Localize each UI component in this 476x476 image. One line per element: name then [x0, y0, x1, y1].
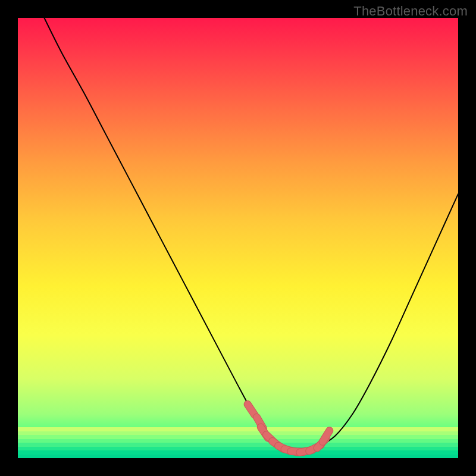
- curve-group: [44, 18, 458, 452]
- chart-svg: [18, 18, 458, 458]
- plateau-markers: [248, 404, 330, 452]
- chart-frame: TheBottleneck.com: [0, 0, 476, 476]
- bottleneck-curve: [44, 18, 458, 452]
- watermark-text: TheBottleneck.com: [353, 4, 468, 19]
- plateau-marker: [248, 404, 255, 415]
- plot-area: [18, 18, 458, 458]
